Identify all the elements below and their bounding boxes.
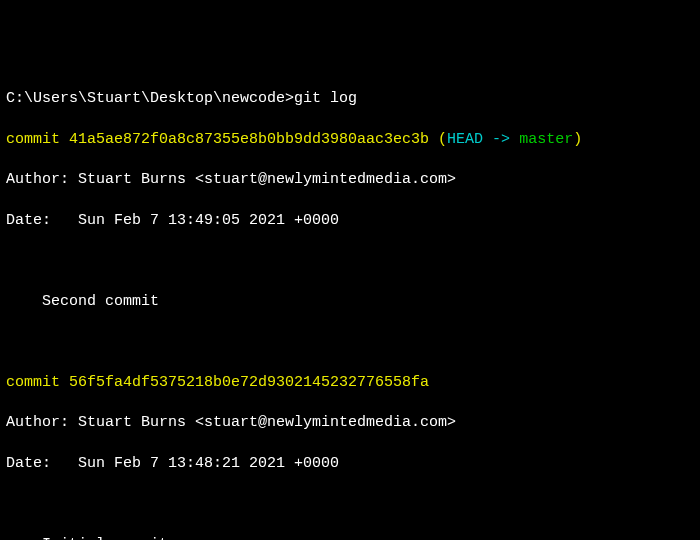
blank-line (6, 494, 694, 514)
ref-close-1: ) (573, 131, 582, 148)
blank-line (6, 332, 694, 352)
commit-hash-1: 41a5ae872f0a8c87355e8b0bb9dd3980aac3ec3b (69, 131, 429, 148)
blank-line (6, 251, 694, 271)
author-line-1: Author: Stuart Burns <stuart@newlyminted… (6, 170, 694, 190)
commit-message-2: Initial commit (6, 535, 694, 541)
commit-label-2: commit (6, 374, 60, 391)
ref-open-1: ( (429, 131, 447, 148)
head-ref-1: HEAD -> (447, 131, 519, 148)
commit-message-1: Second commit (6, 292, 694, 312)
author-line-2: Author: Stuart Burns <stuart@newlyminted… (6, 413, 694, 433)
commit-label-1: commit (6, 131, 60, 148)
branch-ref-1: master (519, 131, 573, 148)
date-line-1: Date: Sun Feb 7 13:49:05 2021 +0000 (6, 211, 694, 231)
prompt-path: C:\Users\Stuart\Desktop\newcode> (6, 90, 294, 107)
commit-hash-2: 56f5fa4df5375218b0e72d9302145232776558fa (69, 374, 429, 391)
date-line-2: Date: Sun Feb 7 13:48:21 2021 +0000 (6, 454, 694, 474)
command-git-log-1[interactable]: git log (294, 90, 357, 107)
